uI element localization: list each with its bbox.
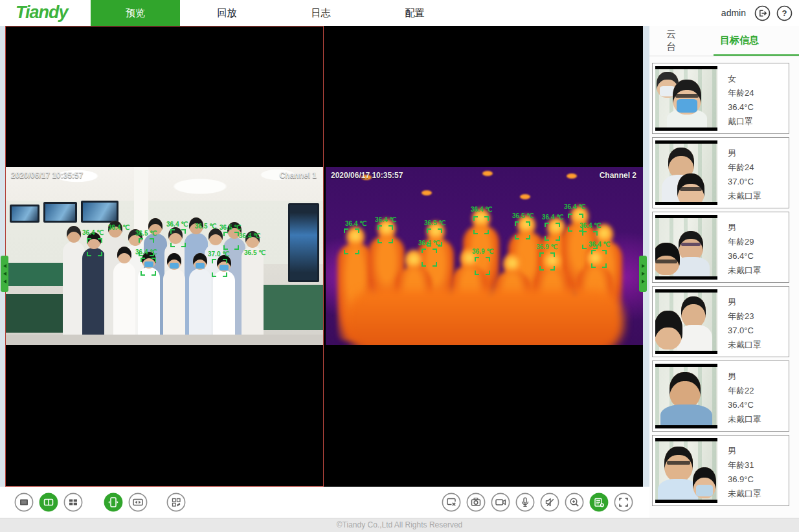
temperature-label: 36.4 ℃ <box>542 214 563 221</box>
gender-label: 男 <box>728 295 761 309</box>
scale-mode-icon[interactable] <box>128 493 148 512</box>
face-bracket <box>344 228 359 254</box>
detection-card[interactable]: 男 年龄24 37.0°C 未戴口罩 <box>652 137 789 208</box>
face-thumbnail <box>655 215 717 280</box>
channel1-scene <box>6 167 323 345</box>
tab-ptz[interactable]: 云台 <box>666 26 684 56</box>
detection-card[interactable]: 女 年龄24 36.4°C 戴口罩 <box>652 63 789 134</box>
svg-text:?: ? <box>782 8 787 18</box>
gender-label: 男 <box>728 370 761 384</box>
mute-icon[interactable] <box>540 493 559 512</box>
layout-single-icon[interactable] <box>14 493 34 512</box>
temperature-label: 36.4 ℃ <box>580 222 601 229</box>
tiandy-web-client: { "header": { "logo_text": "Tiandy", "ta… <box>0 0 799 532</box>
right-panel-collapse-handle[interactable] <box>639 256 647 292</box>
mask-status: 未戴口罩 <box>728 338 761 352</box>
record-icon[interactable] <box>491 493 510 512</box>
sidebar-tabs: 云台 目标信息 <box>649 26 799 56</box>
face-bracket <box>87 238 102 256</box>
temperature-label: 36.4 ℃ <box>589 241 610 248</box>
layout-controls <box>14 493 186 512</box>
age-label: 年龄23 <box>728 309 761 324</box>
temperature-label: 36.4 ℃ <box>239 232 260 239</box>
detection-card[interactable]: 男 年龄29 36.4°C 未戴口罩 <box>652 212 789 283</box>
detection-card[interactable]: 男 年龄22 36.4°C 未戴口罩 <box>652 360 789 432</box>
target-info-icon[interactable] <box>589 493 609 512</box>
copyright-text: ©Tiandy Co.,Ltd All Rights Reserved <box>337 520 462 529</box>
face-bracket <box>377 225 393 243</box>
logout-icon[interactable] <box>754 5 771 21</box>
temperature-value: 36.4°C <box>728 100 754 115</box>
tab-config[interactable]: 配置 <box>368 0 462 26</box>
temperature-label: 36.5 ℃ <box>244 249 265 256</box>
right-sidebar: 云台 目标信息 女 年龄24 36.4°C 戴口罩 <box>649 26 799 518</box>
channel1-video[interactable]: 2020/06/17 10:35:57 Channel 1 36.4 ℃ 36.… <box>6 167 323 345</box>
tab-log[interactable]: 日志 <box>274 0 368 26</box>
channel2-video[interactable]: 2020/06/17 10:35:57 Channel 2 36.4 ℃ 36.… <box>326 167 643 345</box>
video-grid: 2020/06/17 10:35:57 Channel 1 36.4 ℃ 36.… <box>5 26 643 487</box>
snapshot-icon[interactable] <box>466 493 486 512</box>
layout-dual-icon[interactable] <box>39 493 58 512</box>
mask-status: 未戴口罩 <box>728 412 761 427</box>
temperature-label: 36.4 ℃ <box>375 216 396 223</box>
tiandy-logo: Tiandy <box>16 3 68 23</box>
temperature-label: 36.9 ℃ <box>472 248 493 255</box>
corridor-mode-icon[interactable] <box>104 493 123 512</box>
face-bracket <box>422 249 437 267</box>
digital-zoom-icon[interactable] <box>565 493 584 512</box>
temperature-label: 36.9 ℃ <box>536 243 557 250</box>
mask-status: 未戴口罩 <box>728 263 761 278</box>
temperature-label: 36.5 ℃ <box>135 230 157 237</box>
mask-status: 未戴口罩 <box>728 487 761 501</box>
face-bracket <box>212 259 227 277</box>
detection-card[interactable]: 男 年龄31 36.9°C 未戴口罩 <box>652 435 789 506</box>
temperature-label: 36.4 ℃ <box>135 249 157 256</box>
face-bracket <box>473 216 489 234</box>
face-bracket <box>475 257 490 275</box>
face-bracket <box>591 250 607 268</box>
mask-status: 戴口罩 <box>728 115 754 129</box>
header-user-area: admin ? <box>721 0 793 26</box>
temperature-value: 36.9°C <box>728 472 761 487</box>
preview-toolbar <box>0 487 649 518</box>
temperature-value: 36.4°C <box>728 398 761 412</box>
face-bracket <box>545 223 560 241</box>
copyright-footer: ©Tiandy Co.,Ltd All Rights Reserved <box>0 518 799 532</box>
temperature-value: 37.0°C <box>728 324 761 338</box>
channel1-timestamp: 2020/06/17 10:35:57 <box>11 171 83 180</box>
help-icon[interactable]: ? <box>776 5 793 21</box>
age-label: 年龄24 <box>728 161 761 175</box>
temperature-label: 36.4 ℃ <box>166 221 188 228</box>
face-thumbnail <box>655 140 717 205</box>
temperature-label: 36.4 ℃ <box>108 224 129 231</box>
temperature-label: 36.4 ℃ <box>345 220 366 227</box>
face-bracket <box>223 232 239 250</box>
temperature-label: 36.5 ℃ <box>512 212 534 219</box>
custom-layout-icon[interactable] <box>166 493 186 512</box>
age-label: 年龄29 <box>728 235 761 249</box>
temperature-label: 37.0 ℃ <box>208 250 229 258</box>
temperature-label: 36.5 ℃ <box>195 223 216 230</box>
microphone-icon[interactable] <box>515 493 535 512</box>
temperature-label: 36.4 ℃ <box>82 229 104 236</box>
stream-controls <box>442 493 633 512</box>
channel2-timestamp: 2020/06/17 10:35:57 <box>331 171 403 180</box>
close-all-icon[interactable] <box>442 493 461 512</box>
temperature-value: 36.4°C <box>728 249 761 263</box>
tab-playback[interactable]: 回放 <box>180 0 274 26</box>
face-thumbnail <box>655 438 717 503</box>
tab-target-info[interactable]: 目标信息 <box>714 26 799 56</box>
temperature-label: 36.4 ℃ <box>471 206 492 213</box>
channel2-label: Channel 2 <box>600 171 636 180</box>
face-bracket <box>141 258 156 276</box>
detection-card[interactable]: 男 年龄23 37.0°C 未戴口罩 <box>652 286 789 357</box>
face-thumbnail <box>655 364 717 428</box>
face-bracket <box>515 221 530 239</box>
fullscreen-icon[interactable] <box>614 493 633 512</box>
age-label: 年龄22 <box>728 384 761 398</box>
tab-preview[interactable]: 预览 <box>91 0 180 26</box>
temperature-value: 37.0°C <box>728 175 761 189</box>
face-thumbnail <box>655 289 717 354</box>
left-panel-collapse-handle[interactable] <box>1 256 8 292</box>
layout-quad-icon[interactable] <box>63 493 83 512</box>
